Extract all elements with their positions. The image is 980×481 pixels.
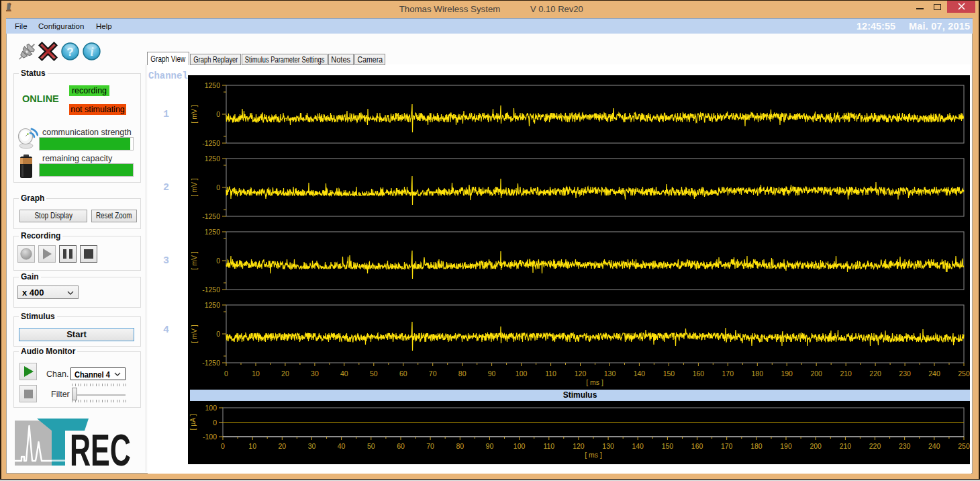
svg-text:60: 60 xyxy=(397,442,405,450)
svg-text:[ mV ]: [ mV ] xyxy=(190,178,198,197)
svg-text:80: 80 xyxy=(458,369,467,378)
svg-text:240: 240 xyxy=(928,369,940,378)
svg-text:100: 100 xyxy=(516,369,528,378)
svg-text:?: ? xyxy=(66,46,73,58)
svg-text:250: 250 xyxy=(958,369,970,378)
svg-text:150: 150 xyxy=(662,442,674,450)
svg-text:0: 0 xyxy=(216,257,220,265)
svg-text:i: i xyxy=(90,45,93,58)
svg-text:210: 210 xyxy=(840,369,852,378)
svg-text:170: 170 xyxy=(721,442,733,450)
svg-text:140: 140 xyxy=(634,369,646,378)
svg-text:160: 160 xyxy=(693,369,705,378)
svg-text:20: 20 xyxy=(281,369,289,378)
svg-text:170: 170 xyxy=(722,369,734,378)
svg-text:220: 220 xyxy=(869,369,881,378)
svg-text:-1250: -1250 xyxy=(202,139,220,147)
svg-text:110: 110 xyxy=(545,369,556,378)
svg-text:150: 150 xyxy=(663,369,675,378)
svg-text:50: 50 xyxy=(367,442,375,450)
svg-text:-100: -100 xyxy=(203,433,217,441)
svg-text:90: 90 xyxy=(488,369,496,378)
svg-text:0: 0 xyxy=(224,369,228,378)
svg-text:60: 60 xyxy=(399,369,407,378)
svg-text:10: 10 xyxy=(248,442,256,450)
svg-text:120: 120 xyxy=(575,369,587,378)
svg-text:120: 120 xyxy=(573,442,585,450)
svg-text:-1250: -1250 xyxy=(202,212,220,220)
svg-text:130: 130 xyxy=(604,369,616,378)
svg-text:40: 40 xyxy=(338,442,346,450)
svg-text:220: 220 xyxy=(869,442,881,450)
svg-text:REC: REC xyxy=(70,425,131,468)
svg-text:-1250: -1250 xyxy=(202,359,220,367)
svg-text:[ ms ]: [ ms ] xyxy=(586,378,603,386)
svg-text:0: 0 xyxy=(213,419,217,427)
svg-text:180: 180 xyxy=(752,369,764,378)
svg-text:230: 230 xyxy=(899,442,911,450)
svg-text:210: 210 xyxy=(840,442,852,450)
svg-text:20: 20 xyxy=(278,442,286,450)
svg-text:1250: 1250 xyxy=(205,301,221,309)
svg-text:10: 10 xyxy=(252,369,260,378)
svg-text:0: 0 xyxy=(216,183,220,191)
svg-text:0: 0 xyxy=(216,110,220,118)
svg-text:0: 0 xyxy=(216,330,220,338)
svg-text:110: 110 xyxy=(543,442,554,450)
svg-text:80: 80 xyxy=(456,442,464,450)
svg-text:90: 90 xyxy=(486,442,494,450)
svg-text:100: 100 xyxy=(513,442,526,450)
svg-text:70: 70 xyxy=(426,442,434,450)
svg-text:180: 180 xyxy=(750,442,763,450)
svg-text:[ µA ]: [ µA ] xyxy=(189,414,197,430)
svg-text:30: 30 xyxy=(311,369,319,378)
svg-text:200: 200 xyxy=(810,442,822,450)
svg-text:190: 190 xyxy=(781,369,793,378)
svg-text:[ mV ]: [ mV ] xyxy=(190,251,198,270)
svg-text:190: 190 xyxy=(780,442,792,450)
svg-text:[ ms ]: [ ms ] xyxy=(585,451,602,459)
svg-text:Stimulus: Stimulus xyxy=(563,390,597,400)
svg-text:-1250: -1250 xyxy=(202,286,220,294)
svg-text:70: 70 xyxy=(429,369,437,378)
svg-text:230: 230 xyxy=(899,369,911,378)
svg-text:0: 0 xyxy=(221,442,225,450)
svg-text:130: 130 xyxy=(602,442,614,450)
svg-text:[ mV ]: [ mV ] xyxy=(190,105,198,124)
svg-text:100: 100 xyxy=(205,404,217,412)
svg-text:30: 30 xyxy=(308,442,316,450)
svg-text:200: 200 xyxy=(810,369,822,378)
svg-text:250: 250 xyxy=(958,442,970,450)
svg-text:1250: 1250 xyxy=(205,81,221,89)
svg-text:140: 140 xyxy=(632,442,644,450)
svg-text:160: 160 xyxy=(691,442,703,450)
svg-text:[ mV ]: [ mV ] xyxy=(190,324,198,343)
svg-text:240: 240 xyxy=(928,442,940,450)
svg-text:50: 50 xyxy=(370,369,378,378)
svg-text:1250: 1250 xyxy=(205,155,221,163)
svg-text:1250: 1250 xyxy=(205,228,221,236)
svg-text:40: 40 xyxy=(340,369,348,378)
